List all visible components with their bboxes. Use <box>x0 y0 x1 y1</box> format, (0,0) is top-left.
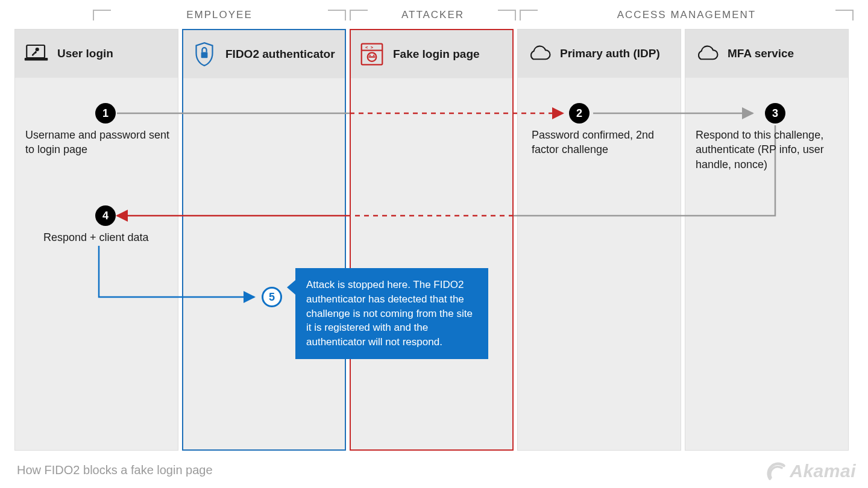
step-1-text: Username and password sent to login page <box>25 128 170 157</box>
step-2-marker: 2 <box>569 103 590 124</box>
group-access-label: ACCESS MANAGEMENT <box>617 9 756 21</box>
group-access: ACCESS MANAGEMENT <box>520 6 854 24</box>
step-3-marker: 3 <box>765 103 785 124</box>
step-4-marker: 4 <box>95 205 116 226</box>
step-3-text: Respond to this challenge, authenticate … <box>696 128 840 172</box>
fido2-diagram: EMPLOYEE ATTACKER ACCESS MANAGEMENT User… <box>14 6 854 464</box>
group-attacker-label: ATTACKER <box>401 9 464 21</box>
group-employee: EMPLOYEE <box>93 6 346 24</box>
brand-logo: Akamai <box>766 460 856 482</box>
step-4-text: Respond + client data <box>43 230 176 245</box>
brand-name: Akamai <box>790 461 856 481</box>
group-employee-label: EMPLOYEE <box>186 9 253 21</box>
step-5-text: Attack is stopped here. The FIDO2 authen… <box>306 279 473 348</box>
group-attacker: ATTACKER <box>350 6 516 24</box>
step-1-marker: 1 <box>95 103 116 124</box>
step-5-marker: 5 <box>262 287 282 307</box>
diagram-caption: How FIDO2 blocks a fake login page <box>17 463 213 477</box>
step-5-callout: Attack is stopped here. The FIDO2 authen… <box>295 268 488 359</box>
akamai-wave-icon <box>766 460 787 482</box>
step-2-text: Password confirmed, 2nd factor challenge <box>532 128 676 157</box>
